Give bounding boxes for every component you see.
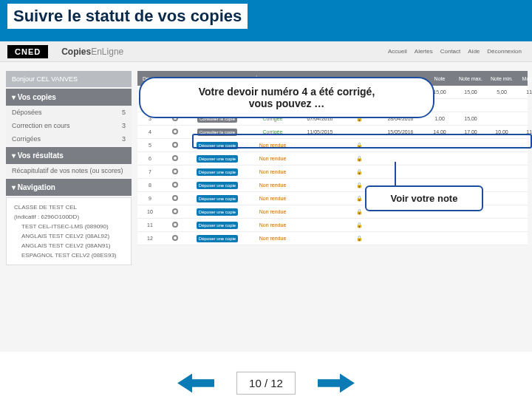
cell-depot (299, 197, 341, 200)
cell-note-max: 15,00 (455, 115, 486, 123)
cell-note: 14,00 (424, 128, 455, 136)
cell-envoi (163, 154, 188, 163)
cell-depot (299, 224, 341, 227)
cell-note (424, 144, 455, 147)
cell-etat: Corrigée (247, 128, 299, 136)
cell-moyenne (517, 144, 532, 147)
cell-action: Déposer une copie (188, 207, 247, 217)
sidebar-section-nav[interactable]: ▾ Navigation (6, 179, 132, 196)
top-nav: AccueilAlertesContactAideDéconnexion (385, 47, 525, 56)
cell-note-min (486, 171, 517, 174)
cell-note-max (455, 157, 486, 160)
tree-node[interactable]: (indicatif : 6296O100DD) (11, 212, 126, 222)
action-button[interactable]: Déposer une copie (197, 142, 238, 149)
topnav-link[interactable]: Alertes (412, 47, 436, 56)
app-screenshot: CNED CopiesEnLigne AccueilAlertesContact… (0, 41, 532, 352)
cell-depot (299, 211, 341, 214)
sidebar-row[interactable]: Correction en cours3 (6, 119, 132, 132)
cell-devoir: 6 (137, 154, 163, 163)
action-button[interactable]: Déposer une copie (197, 168, 238, 176)
cell-note-max: 15,00 (455, 88, 486, 96)
tree-node[interactable]: ANGLAIS TEST CELV2 (08AN91) (11, 241, 126, 250)
cell-etat: Non rendue (247, 234, 299, 242)
cell-moyenne (517, 237, 532, 240)
action-button[interactable]: Déposer une copie (197, 208, 238, 216)
cell-note-max (455, 171, 486, 174)
nav-tree: CLASSE DE TEST CEL(indicatif : 6296O100D… (6, 197, 132, 265)
cell-date-correction (377, 171, 424, 174)
prev-arrow-icon[interactable] (177, 374, 214, 393)
cell-etat: Non rendue (247, 181, 299, 189)
tree-node[interactable]: CLASSE DE TEST CEL (11, 202, 126, 212)
cell-note-max (455, 104, 486, 107)
cell-note-max (455, 144, 486, 147)
callout-see-note: Voir votre note (365, 185, 483, 211)
cell-envoi (163, 207, 188, 216)
cell-date-correction (377, 224, 424, 227)
table-row: 4Consulter la copieCorrigée11/05/201515/… (137, 126, 528, 139)
cell-note-min (486, 197, 517, 200)
sidebar-section-copies[interactable]: ▾ Vos copies (6, 89, 132, 106)
cell-envoi (163, 127, 188, 137)
table-row: 11Déposer une copieNon rendue🔒 (137, 219, 528, 232)
logo-cned: CNED (7, 45, 48, 58)
cell-depot (299, 237, 341, 240)
cell-action: Déposer une copie (188, 233, 247, 244)
page-counter: 10 / 12 (236, 372, 296, 395)
cell-note (424, 224, 455, 227)
topnav-link[interactable]: Aide (465, 47, 482, 56)
cell-note-min (486, 184, 517, 187)
cell-action: Consulter la copie (188, 127, 247, 137)
tree-node[interactable]: TEST CEL-ITSEC-LMS (089090) (11, 222, 126, 231)
page-title: Suivre le statut de vos copies (7, 4, 248, 29)
cell-corrige-type: 🔒 (341, 234, 377, 243)
cell-action: Déposer une copie (188, 154, 247, 164)
envoi-icon (172, 195, 178, 201)
cell-devoir: 5 (137, 141, 163, 149)
cell-corrige-type (341, 131, 377, 134)
sidebar-recap[interactable]: Récapitulatif de vos notes (ou scores) (6, 164, 132, 177)
sidebar-section-results[interactable]: ▾ Vos résultats (6, 147, 132, 164)
tree-node[interactable]: ANGLAIS TEST CELV2 (08AL92) (11, 231, 126, 241)
callout-corrected-line2: vous pouvez … (151, 98, 423, 109)
sidebar-row[interactable]: Corrigées3 (6, 132, 132, 146)
table-row: 5Déposer une copieNon rendue🔒 (137, 139, 528, 152)
action-button[interactable]: Déposer une copie (197, 155, 238, 163)
cell-note: 1,00 (424, 115, 455, 123)
cell-etat: Non rendue (247, 208, 299, 216)
cell-note-min (486, 104, 517, 107)
cell-devoir: 8 (137, 181, 163, 189)
sidebar-row-label: Correction en cours (12, 122, 70, 129)
cell-devoir: 12 (137, 234, 163, 242)
action-button[interactable]: Déposer une copie (197, 182, 238, 189)
action-button[interactable]: Consulter la copie (197, 129, 237, 136)
topnav-link[interactable]: Accueil (385, 47, 410, 56)
cell-moyenne: 11,20 (517, 88, 532, 96)
cell-date-correction (377, 237, 424, 240)
cell-note-min (486, 224, 517, 227)
cell-etat: Non rendue (247, 141, 299, 149)
action-button[interactable]: Déposer une copie (197, 195, 238, 202)
cell-action: Déposer une copie (188, 194, 247, 204)
cell-corrige-type: 🔒 (341, 141, 377, 150)
slide-title-bar: Suivre le statut de vos copies (0, 0, 532, 41)
table-row: 6Déposer une copieNon rendue🔒 (137, 152, 528, 166)
cell-envoi (163, 140, 188, 150)
action-button[interactable]: Déposer une copie (197, 235, 238, 242)
cell-note-min (486, 157, 517, 160)
sidebar-row[interactable]: Déposées5 (6, 106, 132, 119)
cell-envoi (163, 233, 188, 243)
table-row: 7Déposer une copieNon rendue🔒 (137, 166, 528, 179)
topnav-link[interactable]: Déconnexion (484, 47, 525, 56)
tree-node[interactable]: ESPAGNOL TEST CELV2 (08ES93) (11, 250, 126, 260)
logo-copies-a: Copies (61, 47, 91, 57)
sidebar-recap-label: Récapitulatif de vos notes (ou scores) (12, 167, 123, 174)
topnav-link[interactable]: Contact (437, 47, 464, 56)
sidebar-row-label: Corrigées (12, 135, 41, 143)
next-arrow-icon[interactable] (318, 374, 355, 393)
cell-corrige-type: 🔒 (341, 221, 377, 230)
cell-moyenne (517, 157, 532, 160)
cell-action: Déposer une copie (188, 167, 247, 177)
envoi-icon (172, 182, 178, 188)
action-button[interactable]: Déposer une copie (197, 222, 238, 229)
